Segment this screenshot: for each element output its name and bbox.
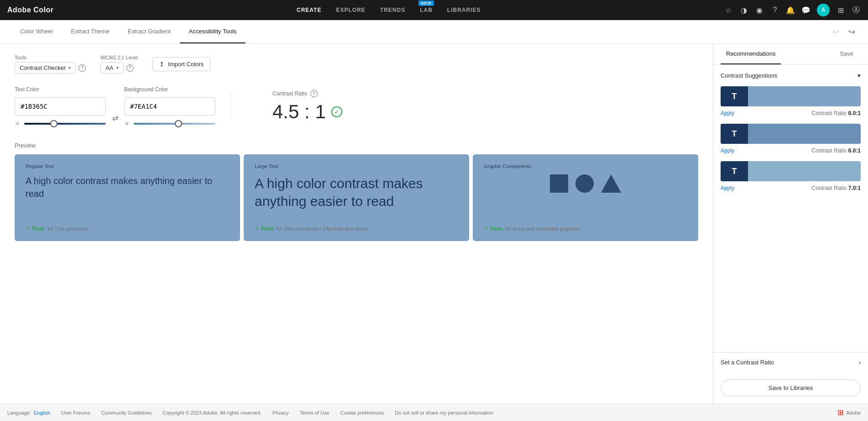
tab-recommendations[interactable]: Recommendations [721, 44, 781, 64]
graphic-title: Graphic Components [484, 163, 687, 169]
contrast-ratio-help-icon[interactable]: ? [310, 90, 318, 97]
right-panel: Recommendations Save Contrast Suggestion… [713, 44, 868, 404]
checker-help-icon[interactable]: ? [78, 64, 86, 72]
notification-icon[interactable]: 🔔 [786, 5, 795, 15]
text-color-input-row [15, 97, 106, 116]
ratio-value-1: 6.0:1 [848, 110, 861, 116]
bg-color-slider[interactable] [134, 123, 215, 125]
footer-do-not-sell[interactable]: Do not sell or share my personal informa… [395, 410, 493, 416]
redo-button[interactable]: ↪ [847, 25, 857, 39]
star-icon[interactable]: ☆ [724, 5, 733, 15]
regular-pass-sub: for 17pt and below [47, 226, 89, 232]
color-wheel-icon[interactable]: ◉ [755, 5, 764, 15]
contrast-ratio-label: Contrast Ratio ? [272, 90, 318, 97]
large-pass-badge: ✓ Pass [255, 226, 274, 232]
preview-cards: Regular Text A high color contrast makes… [15, 154, 698, 241]
graphic-pass-sub: for icons and actionable graphics [506, 226, 579, 232]
wcag-value: AA [105, 64, 113, 71]
preview-card-large: Large Text A high color contrast makes a… [244, 154, 469, 241]
tab-color-wheel[interactable]: Color Wheel [11, 20, 62, 43]
large-pass-sub: for 18pt and above / 14pt bold and above [277, 226, 368, 232]
suggestion-dark-3: T [721, 161, 748, 181]
ratio-label-2: Contrast Ratio 6.0:1 [812, 147, 861, 154]
suggestion-meta-2: Apply Contrast Ratio 6.0:1 [721, 147, 861, 154]
suggestion-card-3: T Apply Contrast Ratio 7.0:1 [721, 161, 861, 191]
apps-icon[interactable]: ⊞ [836, 5, 845, 15]
vertical-divider [230, 93, 230, 121]
apply-button-1[interactable]: Apply [721, 110, 734, 116]
app-logo: Adobe Color [7, 6, 54, 14]
contrast-ratio-section: Contrast Ratio ? 4.5 : 1 ✓ [245, 86, 342, 123]
nav-lab[interactable]: New LAB [420, 5, 433, 15]
bg-color-input-row [124, 97, 215, 116]
right-panel-content: Contrast Suggestions ▾ T Apply Contrast … [713, 65, 868, 352]
suggestion-dark-2: T [721, 124, 748, 144]
nav-create[interactable]: CREATE [297, 5, 321, 15]
sub-nav-tabs: Color Wheel Extract Theme Extract Gradie… [11, 20, 246, 43]
import-icon: ↥ [159, 61, 164, 68]
text-color-slider[interactable] [24, 123, 106, 125]
nav-trends[interactable]: TRENDS [380, 5, 405, 15]
avatar[interactable]: A [817, 4, 830, 16]
apply-button-2[interactable]: Apply [721, 147, 734, 154]
wcag-dropdown-arrow: ▾ [116, 65, 119, 70]
tab-extract-theme[interactable]: Extract Theme [62, 20, 119, 43]
graphic-square-shape [550, 174, 568, 193]
suggestion-meta-1: Apply Contrast Ratio 6.0:1 [721, 110, 861, 116]
footer-privacy[interactable]: Privacy [272, 410, 289, 416]
graphic-circle-shape [575, 174, 594, 193]
preview-label: Preview [15, 142, 698, 149]
moon-icon[interactable]: ◑ [739, 5, 748, 15]
bg-color-slider-row: ☀ [124, 120, 215, 127]
large-pass-label: Pass [261, 226, 274, 232]
apply-button-3[interactable]: Apply [721, 185, 734, 191]
wcag-level-select[interactable]: AA ▾ [100, 62, 123, 74]
import-colors-button[interactable]: ↥ Import Colors [152, 57, 210, 71]
tools-row: Tools Contrast Checker ▾ ? WCAG 2.1 Leve… [15, 55, 698, 74]
nav-libraries[interactable]: LIBRARIES [447, 5, 481, 15]
suggestion-light-1 [748, 86, 861, 106]
regular-pass-badge: ✓ Pass [26, 226, 45, 232]
footer-user-forums[interactable]: User Forums [61, 410, 90, 416]
tab-save[interactable]: Save [832, 44, 861, 64]
tab-extract-gradient[interactable]: Extract Gradient [119, 20, 180, 43]
bg-color-input[interactable] [125, 99, 215, 114]
ratio-label-1: Contrast Ratio 6.0:1 [812, 110, 861, 116]
ratio-label-3: Contrast Ratio 7.0:1 [812, 185, 861, 191]
text-color-slider-row: ☀ [15, 120, 106, 127]
large-text-content: A high color contrast makes anything eas… [255, 174, 458, 210]
preview-card-regular: Regular Text A high color contrast makes… [15, 154, 240, 241]
wcag-help-icon[interactable]: ? [126, 64, 134, 72]
contrast-suggestions-header[interactable]: Contrast Suggestions ▾ [721, 72, 861, 79]
set-contrast-ratio-row[interactable]: Set a Contrast Ratio › [713, 352, 868, 372]
top-navigation: Adobe Color CREATE EXPLORE TRENDS New LA… [0, 0, 868, 20]
swap-colors-button[interactable]: ⇄ [106, 109, 124, 126]
save-libraries-button[interactable]: Save to Libraries [721, 379, 861, 396]
chat-icon[interactable]: 💬 [801, 5, 810, 15]
footer-community-guidelines[interactable]: Community Guidelines [101, 410, 152, 416]
ratio-value-2: 6.0:1 [848, 147, 861, 154]
contrast-ratio-text: Contrast Ratio [272, 90, 308, 97]
preview-section: Preview Regular Text A high color contra… [15, 142, 698, 241]
tab-accessibility-tools[interactable]: Accessibility Tools [180, 20, 246, 43]
contrast-ratio-number: 4.5 : 1 [272, 101, 326, 123]
language-value[interactable]: English [34, 410, 50, 416]
text-color-input[interactable] [15, 99, 106, 114]
regular-text-pass-row: ✓ Pass for 17pt and below [26, 226, 229, 232]
footer-terms[interactable]: Terms of Use [300, 410, 329, 416]
help-icon[interactable]: ? [770, 5, 779, 15]
checker-dropdown-arrow: ▾ [68, 65, 71, 70]
new-badge: New [418, 0, 434, 6]
undo-button[interactable]: ↩ [831, 25, 841, 39]
contrast-suggestions-label: Contrast Suggestions [721, 72, 777, 79]
nav-explore[interactable]: EXPLORE [336, 5, 365, 15]
text-color-group: Text Color ☀ [15, 86, 106, 127]
chevron-right-icon: › [859, 359, 861, 366]
contrast-checker-select[interactable]: Contrast Checker ▾ [15, 62, 76, 74]
adobe-icon[interactable]: Ⓐ [852, 5, 861, 15]
large-text-title: Large Text [255, 163, 458, 169]
footer: Language: English User Forums Community … [0, 404, 868, 421]
sub-navigation: Color Wheel Extract Theme Extract Gradie… [0, 20, 868, 44]
footer-cookies[interactable]: Cookie preferences [340, 410, 384, 416]
contrast-ratio-value: 4.5 : 1 ✓ [272, 101, 342, 123]
